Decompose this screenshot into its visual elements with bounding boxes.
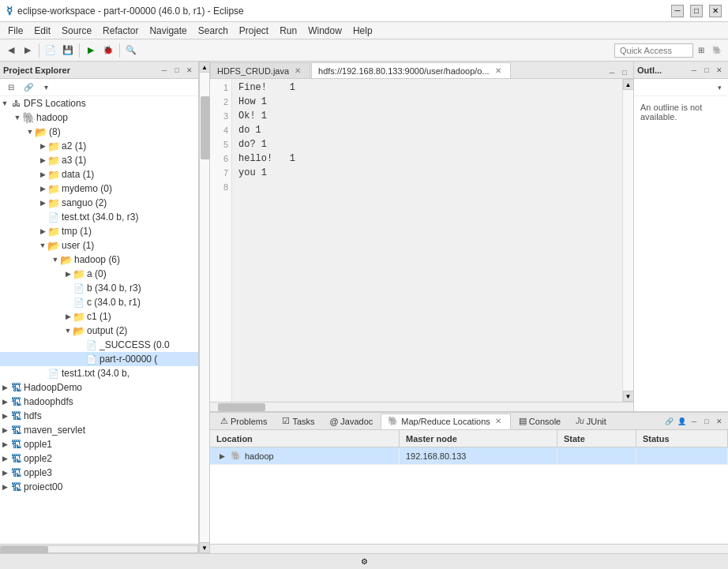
toolbar-btn-fwd[interactable]: ▶ [20, 43, 36, 58]
expand-arrow-hadoop6[interactable]: ▼ [51, 256, 60, 264]
outline-menu-btn[interactable]: ▾ [714, 82, 725, 93]
menu-refactor[interactable]: Refactor [98, 24, 143, 38]
expand-arrow-output[interactable]: ▼ [63, 327, 73, 335]
menu-search[interactable]: Search [193, 24, 233, 38]
menu-project[interactable]: Project [235, 24, 273, 38]
tree-item-sanguo[interactable]: ▶ 📁 sanguo (2) [0, 196, 198, 210]
tree-item-output[interactable]: ▼ 📂 output (2) [0, 324, 198, 338]
outline-close-btn[interactable]: ✕ [714, 65, 725, 76]
expand-arrow-tmp[interactable]: ▶ [38, 227, 47, 235]
table-row[interactable]: ▶ 🐘 hadoop 192.168.80.133 [210, 447, 728, 465]
editor-maximize-btn[interactable]: □ [619, 67, 630, 78]
editor-vscroll[interactable]: ▲ ▼ [622, 79, 633, 402]
outline-maximize-btn[interactable]: □ [701, 65, 712, 76]
bottom-minimize-btn[interactable]: ─ [689, 416, 700, 427]
expand-arrow-opple3[interactable]: ▶ [0, 469, 9, 477]
expand-arrow-hdfs[interactable]: ▶ [0, 412, 9, 420]
expand-arrow-maven[interactable]: ▶ [0, 426, 9, 434]
explorer-hscroll[interactable] [0, 544, 198, 553]
editor-text-area[interactable]: Fine! 1 How 1 Ok! 1 do 1 do? 1 hello! 1 … [232, 79, 622, 402]
menu-file[interactable]: File [3, 24, 28, 38]
tree-item-success[interactable]: ▶ 📄 _SUCCESS (0.0 [0, 338, 198, 352]
vscroll-thumb[interactable] [201, 96, 210, 159]
menu-run[interactable]: Run [275, 24, 302, 38]
tree-item-user[interactable]: ▼ 📂 user (1) [0, 238, 198, 253]
toolbar-btn-search[interactable]: 🔍 [123, 43, 139, 58]
menu-source[interactable]: Source [57, 24, 96, 38]
editor-scroll-down[interactable]: ▼ [623, 391, 634, 402]
toolbar-btn-run[interactable]: ▶ [83, 43, 99, 58]
menu-edit[interactable]: Edit [29, 24, 55, 38]
expand-arrow-hadoop[interactable]: ▼ [13, 114, 22, 122]
minimize-button[interactable]: ─ [671, 5, 684, 17]
editor-minimize-btn[interactable]: ─ [606, 67, 617, 78]
tab-hdfs-crud[interactable]: HDFS_CRUD.java ✕ [210, 62, 310, 78]
menu-navigate[interactable]: Navigate [144, 24, 191, 38]
outline-minimize-btn[interactable]: ─ [689, 65, 700, 76]
expand-arrow-user[interactable]: ▼ [38, 241, 47, 249]
expand-arrow-a3[interactable]: ▶ [38, 156, 47, 164]
expand-arrow-dfs[interactable]: ▼ [0, 99, 9, 107]
explorer-minimize-btn[interactable]: ─ [159, 65, 170, 76]
menu-window[interactable]: Window [303, 24, 347, 38]
tree-item-mydemo[interactable]: ▶ 📁 mydemo (0) [0, 182, 198, 196]
menu-help[interactable]: Help [348, 24, 377, 38]
explorer-collapse-btn[interactable]: ⊟ [3, 80, 19, 95]
expand-arrow-8[interactable]: ▼ [25, 128, 35, 136]
tree-item-hdfs[interactable]: ▶ 🏗 hdfs [0, 409, 198, 423]
tab-junit[interactable]: Ju JUnit [569, 414, 614, 429]
tree-item-8[interactable]: ▼ 📂 (8) [0, 125, 198, 139]
tab-mapreduce[interactable]: 🐘 Map/Reduce Locations ✕ [381, 414, 511, 429]
tree-item-hadoop-root[interactable]: ▼ 🐘 hadoop [0, 110, 198, 125]
toolbar-btn-new[interactable]: 📄 [43, 43, 58, 58]
expand-arrow-a0[interactable]: ▶ [63, 270, 73, 278]
tab-hdfs-path-close[interactable]: ✕ [493, 66, 504, 77]
editor-hscroll[interactable] [210, 402, 633, 411]
bottom-hscroll[interactable] [210, 544, 728, 553]
tab-tasks[interactable]: ☑ Tasks [275, 414, 321, 429]
expand-arrow-hadoophdfs[interactable]: ▶ [0, 398, 9, 406]
vscroll-down[interactable]: ▼ [199, 542, 210, 553]
explorer-link-btn[interactable]: 🔗 [21, 80, 36, 95]
expand-arrow-sanguo[interactable]: ▶ [38, 199, 47, 207]
expand-arrow-proiect00[interactable]: ▶ [0, 483, 9, 491]
tab-mapreduce-close[interactable]: ✕ [493, 416, 504, 427]
editor-scroll-up[interactable]: ▲ [623, 79, 634, 90]
toolbar-btn-debug[interactable]: 🐞 [100, 43, 116, 58]
bottom-maximize-btn[interactable]: □ [701, 416, 712, 427]
tree-item-a3[interactable]: ▶ 📁 a3 (1) [0, 153, 198, 167]
row-expand-icon[interactable]: ▶ [216, 452, 227, 460]
close-button[interactable]: ✕ [709, 5, 722, 17]
tree-item-proiect00[interactable]: ▶ 🏗 proiect00 [0, 480, 198, 494]
tree-item-data[interactable]: ▶ 📁 data (1) [0, 167, 198, 182]
maximize-button[interactable]: □ [690, 5, 703, 17]
expand-arrow-mydemo[interactable]: ▶ [38, 185, 47, 193]
tab-problems[interactable]: ⚠ Problems [213, 414, 274, 429]
toolbar-btn-persp2[interactable]: 🐘 [709, 43, 725, 58]
explorer-menu-btn[interactable]: ▾ [38, 80, 54, 95]
bottom-panel-btn1[interactable]: 🔗 [663, 416, 674, 427]
toolbar-btn-save[interactable]: 💾 [60, 43, 76, 58]
tree-item-dfs-locations[interactable]: ▼ 🖧 DFS Locations [0, 96, 198, 110]
tree-item-test1txt[interactable]: ▶ 📄 test1.txt (34.0 b, [0, 366, 198, 380]
editor-hscroll-thumb[interactable] [218, 403, 265, 411]
tree-item-opple2[interactable]: ▶ 🏗 opple2 [0, 451, 198, 466]
bottom-close-btn[interactable]: ✕ [714, 416, 725, 427]
tree-item-opple3[interactable]: ▶ 🏗 opple3 [0, 466, 198, 480]
expand-arrow-opple1[interactable]: ▶ [0, 440, 9, 448]
explorer-maximize-btn[interactable]: □ [171, 65, 182, 76]
toolbar-btn-back[interactable]: ◀ [3, 43, 19, 58]
tree-item-a0[interactable]: ▶ 📁 a (0) [0, 267, 198, 281]
toolbar-btn-persp1[interactable]: ⊞ [693, 43, 709, 58]
expand-arrow-data[interactable]: ▶ [38, 170, 47, 178]
bottom-panel-btn2[interactable]: 👤 [676, 416, 687, 427]
expand-arrow-a2[interactable]: ▶ [38, 142, 47, 150]
explorer-vscroll[interactable]: ▲ ▼ [199, 62, 210, 553]
tab-hdfs-crud-close[interactable]: ✕ [292, 66, 303, 77]
tree-item-opple1[interactable]: ▶ 🏗 opple1 [0, 437, 198, 451]
tree-item-a2[interactable]: ▶ 📁 a2 (1) [0, 139, 198, 153]
tree-item-b[interactable]: ▶ 📄 b (34.0 b, r3) [0, 281, 198, 295]
tab-console[interactable]: ▤ Console [512, 414, 568, 429]
tree-item-maven-servlet[interactable]: ▶ 🏗 maven_servlet [0, 423, 198, 437]
tab-hdfs-path[interactable]: hdfs://192.168.80.133:9000/user/hadoop/o… [311, 62, 511, 78]
